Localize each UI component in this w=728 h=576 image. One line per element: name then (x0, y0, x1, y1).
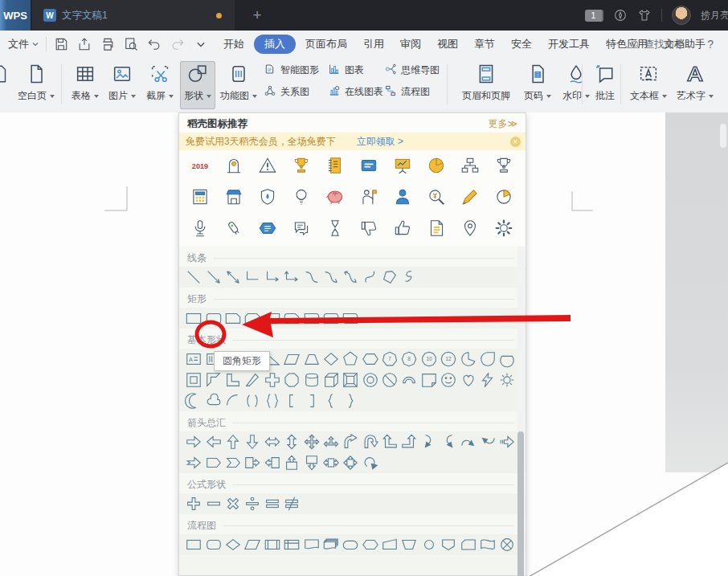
print-icon[interactable] (100, 36, 116, 52)
more-link[interactable]: 更多≫ (488, 117, 517, 131)
shape-bent-up-arrow[interactable] (399, 432, 419, 451)
shape-curved-down-arrow[interactable] (478, 432, 497, 451)
print-preview-icon[interactable] (123, 36, 139, 52)
shape-elbow[interactable] (243, 268, 262, 287)
shape-equal[interactable] (263, 494, 282, 513)
find-command[interactable]: 查找命令... (631, 38, 693, 51)
screenshot-button[interactable]: 截屏 (141, 61, 178, 109)
user-avatar[interactable] (672, 6, 691, 25)
shape-elbow-double-arrow[interactable] (282, 268, 301, 287)
shape-l-shape[interactable] (223, 370, 243, 390)
shape-card[interactable] (458, 535, 477, 554)
user-name[interactable]: 捞月亮 (701, 9, 728, 22)
page-number-button[interactable]: 页码 (519, 61, 556, 109)
help-button[interactable]: ? (707, 38, 714, 51)
shape-up-down-arrow[interactable] (282, 432, 301, 451)
docer-icon-lightbulb[interactable] (291, 186, 312, 207)
docer-icon-chat-bubbles[interactable] (291, 218, 312, 239)
mindmap-button[interactable]: 思维导图 (384, 63, 440, 78)
shape-octagon-8[interactable]: 8 (399, 349, 419, 369)
table-button[interactable]: 表格 (67, 61, 103, 109)
shape-snip-same-corner[interactable] (243, 308, 262, 328)
shape-double-bracket[interactable] (243, 391, 262, 411)
docer-icon-hexagon-list[interactable] (257, 218, 278, 239)
shape-left-arrow-callout[interactable] (263, 453, 282, 472)
shape-sun[interactable] (497, 370, 517, 390)
docer-icon-usb-drive[interactable] (223, 218, 244, 239)
header-footer-button[interactable]: 页眉和页脚 (455, 61, 517, 109)
docer-icon-pie-small[interactable] (493, 186, 514, 207)
shape-elbow-arrow[interactable] (263, 268, 282, 287)
shape-scribble[interactable] (399, 268, 419, 287)
shape-u-turn-arrow[interactable] (361, 432, 380, 451)
shape-divide[interactable] (243, 494, 262, 513)
shape-up-arrow-callout[interactable] (282, 453, 301, 472)
shape-block-arc[interactable] (399, 370, 419, 390)
shape-not-equal[interactable] (282, 494, 301, 513)
document-tab[interactable]: W 文字文稿1 (32, 0, 235, 31)
shape-notched-right-arrow[interactable] (184, 453, 203, 472)
shape-pentagon[interactable] (341, 349, 360, 369)
smart-graphic-button[interactable]: 智能图形 (264, 63, 319, 78)
shape-diagonal-stripe[interactable] (243, 370, 262, 390)
shape-chord[interactable] (497, 349, 517, 369)
shape-text-box[interactable]: A (184, 349, 203, 369)
ribbon-tab-开发工具[interactable]: 开发工具 (542, 35, 596, 54)
shape-internal-storage[interactable] (282, 535, 301, 554)
shape-summing-junction[interactable] (497, 535, 517, 554)
docer-icon-location-pin[interactable] (460, 218, 481, 239)
shape-round-diag-corner[interactable] (341, 308, 360, 328)
shape-quad-arrow[interactable] (301, 432, 321, 451)
shape-left-right-up-arrow[interactable] (321, 432, 341, 451)
online-chart-button[interactable]: 在线图表 (328, 84, 383, 100)
shape-manual-input[interactable] (380, 535, 399, 554)
shape-manual-operation[interactable] (399, 535, 419, 554)
shape-heptagon-7[interactable]: 7 (380, 349, 399, 369)
ribbon-tab-安全[interactable]: 安全 (505, 35, 538, 54)
panel-scrollbar-track[interactable] (517, 247, 525, 575)
ribbon-tab-插入[interactable]: 插入 (254, 35, 296, 54)
flowchart-sm-button[interactable]: 流程图 (384, 84, 440, 100)
shape-down-arrow[interactable] (243, 432, 262, 451)
shape-double-arrow[interactable] (223, 268, 243, 287)
shape-connector[interactable] (419, 535, 439, 554)
shape-diamond[interactable] (321, 349, 341, 369)
shape-bevel[interactable] (341, 370, 360, 390)
shape-minus[interactable] (203, 494, 223, 513)
docer-icon-document-lines[interactable] (426, 218, 447, 239)
docer-icon-microphone[interactable] (190, 218, 211, 239)
func-diagram-button[interactable]: 功能图 (217, 61, 260, 109)
shape-up-arrow[interactable] (223, 432, 243, 451)
shape-right-arrow-callout[interactable] (243, 453, 262, 472)
undo-icon[interactable] (146, 36, 162, 52)
shape-right-bracket[interactable] (301, 391, 321, 411)
shape-left-arrow[interactable] (203, 432, 223, 451)
shape-moon[interactable] (184, 391, 203, 411)
shape-cube[interactable] (321, 370, 341, 390)
shape-curved-up-arrow[interactable] (458, 432, 477, 451)
docer-icon-hourglass[interactable] (325, 218, 346, 239)
docer-icon-browser-window[interactable] (358, 155, 379, 176)
shape-curved-right-arrow[interactable] (419, 432, 439, 451)
shape-trapezoid[interactable] (301, 349, 321, 369)
comment-button[interactable]: 批注 (588, 61, 622, 109)
docer-icon-teacher[interactable] (358, 186, 379, 207)
shape-curve-arrow[interactable] (321, 268, 341, 287)
claim-now-link[interactable]: 立即领取 > (357, 135, 403, 149)
shape-teardrop[interactable] (478, 349, 497, 369)
shape-double-brace[interactable] (263, 391, 282, 411)
shape-multidocument[interactable] (321, 535, 341, 554)
redo-icon[interactable] (170, 36, 186, 52)
docer-icon-pencil[interactable] (460, 186, 481, 207)
ribbon-tab-视图[interactable]: 视图 (431, 35, 464, 54)
shape-decagon-10[interactable]: 10 (419, 349, 439, 369)
ribbon-tab-审阅[interactable]: 审阅 (394, 35, 427, 54)
shape-curved-left-arrow[interactable] (439, 432, 458, 451)
panel-scrollbar-thumb[interactable] (517, 431, 524, 576)
shape-document[interactable] (301, 535, 321, 554)
shape-round-rect[interactable] (203, 308, 223, 328)
shape-circular-arrow[interactable] (361, 453, 380, 472)
ribbon-tab-开始[interactable]: 开始 (217, 35, 251, 54)
docer-icon-trophy[interactable] (291, 155, 312, 176)
shape-can[interactable] (301, 370, 321, 390)
